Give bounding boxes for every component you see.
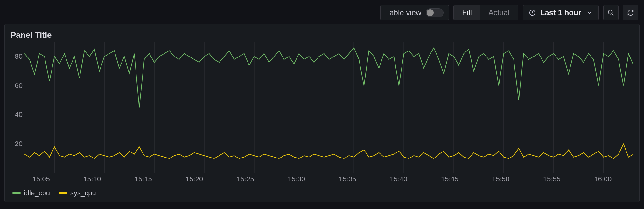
zoom-out-button[interactable] xyxy=(603,5,619,20)
y-tick-label: 60 xyxy=(15,82,23,90)
y-axis: 20406080 xyxy=(10,42,24,173)
legend-swatch xyxy=(59,192,67,194)
legend-label: sys_cpu xyxy=(70,189,96,197)
refresh-icon xyxy=(627,9,634,16)
y-tick-label: 80 xyxy=(15,52,23,61)
time-range-picker[interactable]: Last 1 hour xyxy=(523,5,599,20)
legend-swatch xyxy=(12,192,21,194)
refresh-button[interactable] xyxy=(623,5,638,20)
chart-legend: idle_cpusys_cpu xyxy=(10,186,634,197)
clock-icon xyxy=(529,9,536,16)
actual-button[interactable]: Actual xyxy=(480,5,518,20)
plot-area[interactable] xyxy=(24,42,634,173)
panel-toolbar: Table view Fill Actual Last 1 hour xyxy=(0,0,644,24)
x-tick-label: 15:05 xyxy=(32,175,50,183)
x-tick-label: 15:25 xyxy=(237,175,254,183)
x-tick-label: 15:20 xyxy=(186,175,203,183)
fill-button[interactable]: Fill xyxy=(454,5,480,20)
legend-item-sys_cpu[interactable]: sys_cpu xyxy=(59,189,96,197)
chevron-down-icon xyxy=(586,9,593,16)
chart-panel: Panel Title 20406080 15:0515:1015:1515:2… xyxy=(4,24,640,202)
line-chart-svg xyxy=(24,42,634,173)
chart-area: 20406080 xyxy=(10,42,634,173)
table-view-toggle[interactable] xyxy=(426,8,444,17)
legend-label: idle_cpu xyxy=(24,189,50,197)
x-tick-label: 15:30 xyxy=(288,175,305,183)
y-tick-label: 20 xyxy=(15,140,23,148)
x-tick-label: 15:40 xyxy=(390,175,407,183)
view-mode-segmented: Fill Actual xyxy=(453,5,518,20)
panel-title: Panel Title xyxy=(10,30,634,40)
x-tick-label: 15:35 xyxy=(339,175,356,183)
x-tick-label: 15:15 xyxy=(135,175,152,183)
legend-item-idle_cpu[interactable]: idle_cpu xyxy=(12,189,50,197)
x-tick-label: 15:55 xyxy=(543,175,561,183)
x-axis: 15:0515:1015:1515:2015:2515:3015:3515:40… xyxy=(10,173,634,186)
zoom-out-icon xyxy=(607,9,614,16)
table-view-control: Table view xyxy=(380,5,449,20)
x-tick-label: 16:00 xyxy=(594,175,612,183)
toggle-knob xyxy=(427,9,434,16)
table-view-label: Table view xyxy=(386,8,421,17)
y-tick-label: 40 xyxy=(15,111,23,119)
x-tick-label: 15:50 xyxy=(492,175,509,183)
x-tick-label: 15:10 xyxy=(83,175,101,183)
time-range-label: Last 1 hour xyxy=(540,8,581,17)
x-tick-label: 15:45 xyxy=(441,175,458,183)
